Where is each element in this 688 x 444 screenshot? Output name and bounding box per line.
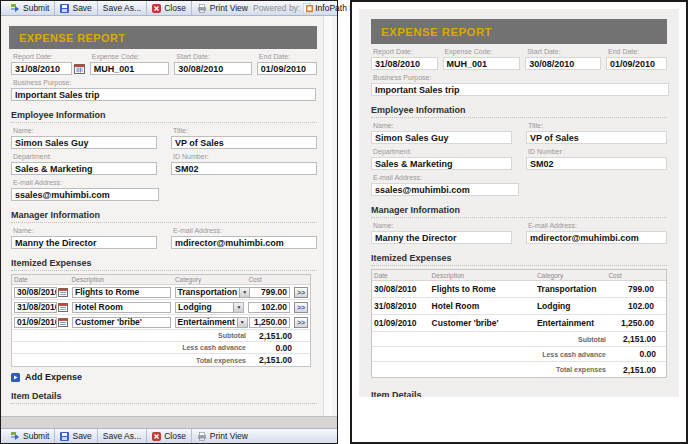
- row-details-button[interactable]: >>: [294, 317, 308, 328]
- expense-category-value: Transportation: [176, 287, 240, 297]
- employee-title-value: VP of Sales: [526, 131, 667, 144]
- expense-date-input[interactable]: 01/09/2010: [14, 317, 57, 328]
- report-title: EXPENSE REPORT: [381, 26, 492, 38]
- expense-date-input[interactable]: 31/08/2010: [14, 302, 57, 313]
- expense-cost: 799.00: [628, 284, 654, 294]
- expense-date-input[interactable]: 30/08/2010: [14, 287, 57, 298]
- chevron-down-icon[interactable]: ▼: [237, 318, 247, 327]
- submit-icon: [10, 3, 20, 13]
- datepicker-calendar-icon[interactable]: [58, 318, 68, 327]
- employee-title-label: Title:: [173, 127, 317, 135]
- expense-cost-input[interactable]: 1,250.00: [249, 317, 290, 328]
- expense-cost-input[interactable]: 799.00: [249, 287, 290, 298]
- start-date-label: Start Date:: [176, 53, 252, 61]
- expense-code-input[interactable]: MUH_001: [90, 62, 170, 75]
- total-expenses-value: 2,151.00: [248, 354, 294, 366]
- start-date-label: Start Date:: [527, 48, 601, 56]
- cash-advance-value: 0.00: [248, 342, 294, 353]
- submit-toolbar-button[interactable]: Submit: [5, 429, 54, 443]
- expense-description: Customer 'bribe': [432, 318, 499, 328]
- report-date-label: Report Date:: [373, 48, 438, 56]
- manager-name-label: Name:: [373, 222, 512, 230]
- save-icon: [60, 4, 69, 13]
- description-column-header: Description: [430, 270, 535, 280]
- close-toolbar-button[interactable]: Close: [146, 429, 191, 443]
- print-view-toolbar-label: Print View: [210, 3, 248, 13]
- expense-description-input[interactable]: Hotel Room: [72, 302, 171, 313]
- save-as-toolbar-button[interactable]: Save As...: [97, 1, 146, 15]
- date-column-header: Date: [372, 270, 430, 280]
- add-expense-link[interactable]: Add Expense: [11, 372, 317, 382]
- expense-category-select[interactable]: Entertainment▼: [175, 317, 248, 328]
- report-title: EXPENSE REPORT: [19, 32, 125, 44]
- total-expenses-label: Total expenses: [372, 362, 608, 377]
- business-purpose-label: Business Purpose:: [13, 79, 317, 87]
- end-date-input[interactable]: 01/09/2010: [257, 62, 317, 75]
- employee-department-input[interactable]: Sales & Marketing: [11, 162, 157, 175]
- chevron-down-icon[interactable]: ▼: [233, 303, 243, 312]
- cash-advance-label: Less cash advance: [12, 342, 248, 353]
- category-column-header: Category: [535, 270, 607, 280]
- expense-row: 30/08/2010 Flights to Rome Transportatio…: [372, 281, 666, 298]
- expenses-table-header: Date Description Category Cost: [12, 275, 310, 285]
- save-toolbar-button[interactable]: Save: [54, 429, 96, 443]
- print-view-toolbar-button[interactable]: Print View: [191, 429, 253, 443]
- expense-category: Transportation: [537, 284, 597, 294]
- row-details-button[interactable]: >>: [294, 302, 308, 313]
- cost-column-header: Cost: [606, 270, 656, 280]
- manager-name-input[interactable]: Manny the Director: [11, 236, 157, 249]
- employee-title-label: Title:: [528, 122, 667, 130]
- datepicker-calendar-icon[interactable]: [58, 288, 68, 297]
- employee-email-label: E-mail Address:: [13, 179, 159, 187]
- expense-code-value: MUH_001: [443, 57, 521, 70]
- report-date-input[interactable]: 31/08/2010: [11, 62, 72, 75]
- close-toolbar-label: Close: [164, 3, 186, 13]
- employee-title-input[interactable]: VP of Sales: [171, 136, 317, 149]
- expense-row: 30/08/2010 Flights to Rome Transportatio…: [12, 285, 310, 300]
- add-expense-label: Add Expense: [25, 372, 82, 382]
- employee-department-value: Sales & Marketing: [371, 157, 512, 170]
- save-toolbar-button[interactable]: Save: [54, 1, 96, 15]
- expense-category-select[interactable]: Transportation▼: [175, 287, 251, 298]
- business-purpose-label: Business Purpose:: [373, 74, 667, 82]
- employee-section-title: Employee Information: [371, 105, 667, 118]
- expense-category-value: Lodging: [176, 302, 233, 312]
- expense-description-input[interactable]: Flights to Rome: [72, 287, 171, 298]
- business-purpose-input[interactable]: Important Sales trip: [11, 88, 316, 101]
- vertical-scrollbar[interactable]: [323, 16, 332, 416]
- expense-description-input[interactable]: Customer 'bribe': [72, 317, 171, 328]
- close-toolbar-button[interactable]: Close: [146, 1, 191, 15]
- expense-row: 31/08/2010 Hotel Room Lodging▼ 102.00 >>: [12, 300, 310, 315]
- expense-code-label: Expense Code:: [445, 48, 521, 56]
- employee-name-input[interactable]: Simon Sales Guy: [11, 136, 157, 149]
- subtotal-value: 2,151.00: [248, 330, 294, 341]
- expense-date: 30/08/2010: [374, 284, 417, 294]
- manager-email-label: E-mail Address:: [173, 227, 317, 235]
- expense-category-select[interactable]: Lodging▼: [175, 302, 244, 313]
- save-as-toolbar-label: Save As...: [103, 3, 141, 13]
- employee-id-input[interactable]: SM02: [171, 162, 317, 175]
- save-as-toolbar-button[interactable]: Save As...: [97, 429, 146, 443]
- row-details-button[interactable]: >>: [294, 287, 308, 298]
- manager-email-value: mdirector@muhimbi.com: [526, 231, 667, 244]
- employee-name-value: Simon Sales Guy: [371, 131, 512, 144]
- item-details-section-title: Item Details: [11, 391, 317, 404]
- submit-toolbar-button[interactable]: Submit: [5, 1, 54, 15]
- cash-advance-row: Less cash advance 0.00: [12, 342, 310, 354]
- datepicker-calendar-icon[interactable]: [74, 64, 85, 74]
- report-date-value: 31/08/2010: [371, 57, 438, 70]
- print-view-toolbar-button[interactable]: Print View: [191, 1, 253, 15]
- employee-email-input[interactable]: ssales@muhimbi.com: [11, 188, 159, 201]
- cash-advance-label: Less cash advance: [372, 347, 608, 361]
- start-date-value: 30/08/2010: [525, 57, 601, 70]
- manager-section-title: Manager Information: [11, 210, 317, 223]
- expense-cost-input[interactable]: 102.00: [248, 302, 290, 313]
- datepicker-calendar-icon[interactable]: [58, 303, 68, 312]
- expenses-section-title: Itemized Expenses: [11, 258, 317, 271]
- employee-email-label: E-mail Address:: [373, 174, 519, 182]
- infopath-logo-icon: [303, 3, 313, 13]
- manager-email-input[interactable]: mdirector@muhimbi.com: [171, 236, 317, 249]
- expense-category: Lodging: [537, 301, 571, 311]
- category-column-header: Category: [173, 275, 247, 284]
- start-date-input[interactable]: 30/08/2010: [174, 62, 252, 75]
